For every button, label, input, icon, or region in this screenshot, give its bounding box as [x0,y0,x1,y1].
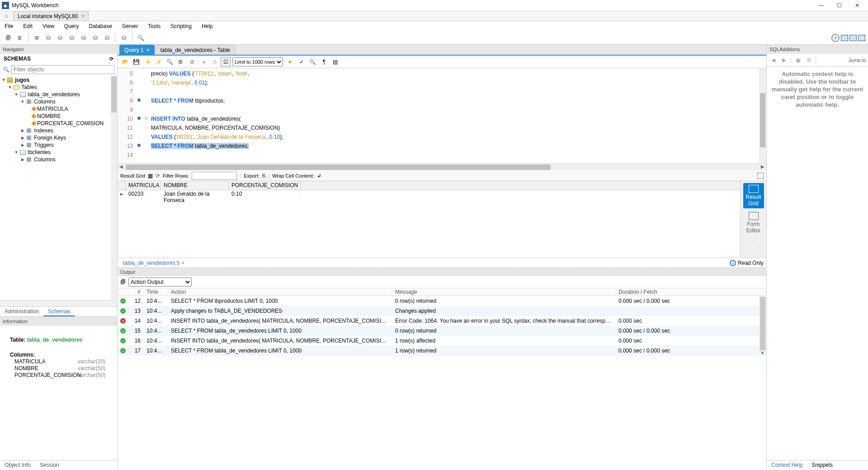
cell[interactable]: Joan Geraldo de la Fonseca [161,190,229,198]
tree-column[interactable]: MATRICULA [0,105,117,113]
filter-rows-input[interactable] [192,172,237,180]
auto-help-icon[interactable]: ⚙ [804,56,813,65]
close-icon[interactable]: × [181,260,184,266]
jump-to-label[interactable]: Jump to [849,57,866,63]
grid-icon[interactable]: ▦ [148,173,153,179]
beautify-icon[interactable]: ✓ [297,57,307,67]
tree-column[interactable]: PORCENTAJE_COMISION [0,120,117,127]
minimize-button[interactable]: — [812,0,830,11]
output-row[interactable]: ✓1210:41:33SELECT * FROM tbproductos LIM… [118,296,759,306]
new-sql-tab-icon[interactable]: 🗐 [3,33,14,43]
menu-file[interactable]: File [3,22,15,30]
export-icon[interactable]: ⎘ [262,173,265,179]
execute-icon[interactable]: ⚡ [143,57,153,67]
tree-foreign-keys[interactable]: ▶ Foreign Keys [0,134,117,141]
toolbar-icon[interactable]: ⛁ [90,33,101,43]
stop-icon[interactable]: ⊘ [175,57,185,67]
back-icon[interactable]: ◀ [769,56,778,65]
editor-tab-table[interactable]: tabla_de_vendedores - Table [156,45,236,55]
cell[interactable]: 00233 [126,190,161,198]
toolbar-icon[interactable]: ⊘ [187,57,197,67]
commit-icon[interactable]: ● [199,57,209,67]
tree-db[interactable]: ▼ jugos [0,76,117,84]
filter-objects-input[interactable] [11,65,114,74]
rollback-icon[interactable]: ⊘ [210,57,220,67]
menu-database[interactable]: Database [87,22,114,30]
output-row[interactable]: ✓1610:48:32INSERT INTO tabla_de_vendedor… [118,336,759,346]
tree-table[interactable]: ▼ tbclientes [0,149,117,156]
toggle-left-pane-icon[interactable] [841,35,848,41]
menu-tools[interactable]: Tools [146,22,162,30]
save-icon[interactable]: 💾 [131,57,141,67]
gear-icon[interactable]: ⚙ [831,34,840,42]
result-tab[interactable]: tabla_de_vendedores 5× [120,259,187,267]
result-grid-tab[interactable]: Result Grid [743,183,764,208]
tree-scrollbar[interactable] [111,75,117,300]
editor-tab-query1[interactable]: Query 1× [119,45,155,55]
code-area[interactable]: precio) VALUES ('773912', 'clean', 'bote… [149,68,759,163]
close-button[interactable]: ✕ [848,0,866,11]
output-scrollbar[interactable]: ▼ [759,296,766,356]
output-row[interactable]: ✓1310:43:50Apply changes to TABLA_DE_VEN… [118,306,759,316]
menu-help[interactable]: Help [200,22,215,30]
toggle-bottom-pane-icon[interactable] [849,35,857,41]
tree-indexes[interactable]: ▶ Indexes [0,127,117,134]
toolbar-icon[interactable]: ⛁ [66,33,77,43]
cell[interactable]: 0.10 [229,190,301,198]
tree-columns[interactable]: ▼ Columns [0,98,117,105]
tree-columns[interactable]: ▶ Columns [0,156,117,163]
tab-object-info[interactable]: Object Info [0,461,35,470]
toolbar-icon[interactable]: 🔍 [135,33,146,43]
refresh-icon[interactable]: ⟳ [156,173,160,179]
open-file-icon[interactable]: 📂 [120,57,130,67]
find-icon[interactable]: 🔍 [307,57,317,67]
toolbar-icon[interactable]: ⛁ [118,33,129,43]
toggle-right-pane-icon[interactable] [858,35,865,41]
toolbar-icon[interactable]: ⛁ [102,33,113,43]
toolbar-icon[interactable]: ⛁ [43,33,54,43]
home-icon[interactable]: ⌂ [0,11,13,21]
scroll-down-icon[interactable]: ⌄ [743,237,764,246]
toolbar-icon[interactable]: ⚙ [31,33,42,43]
tab-context-help[interactable]: Context Help [767,461,807,470]
col-header[interactable]: MATRICULA [126,181,161,190]
editor-hscroll[interactable]: ◀▶ [118,163,766,170]
tab-snippets[interactable]: Snippets [807,461,837,470]
result-row[interactable]: ▸ 00233 Joan Geraldo de la Fonseca 0.10 [118,190,740,198]
autocommit-icon[interactable]: ☑ [221,57,231,67]
output-selector[interactable]: Action Output [128,277,192,287]
menu-view[interactable]: View [41,22,56,30]
forward-icon[interactable]: ▶ [779,56,788,65]
output-row[interactable]: ✓1510:48:27SELECT * FROM tabla_de_vended… [118,326,759,336]
sql-editor[interactable]: 567891011121314 ⊖ precio) VALUES ('77391… [118,68,766,163]
schema-tree[interactable]: ▼ jugos ▼ Tables ▼ tabla_de_vendedores ▼… [0,75,117,300]
output-row[interactable]: ✓1710:48:40SELECT * FROM tabla_de_vended… [118,346,759,356]
tab-session[interactable]: Session [35,461,64,470]
tab-administration[interactable]: Administration [0,307,43,316]
toolbar-icon[interactable]: ⛁ [78,33,89,43]
limit-select[interactable]: Limit to 1000 rows [232,57,283,66]
execute-cursor-icon[interactable]: ⚡ [154,57,164,67]
output-table[interactable]: ✓1210:41:33SELECT * FROM tbproductos LIM… [118,296,759,356]
form-editor-tab[interactable]: Form Editor [743,210,764,235]
help-icon[interactable]: ▣ [793,56,802,65]
close-icon[interactable]: × [146,47,150,53]
col-header[interactable]: PORCENTAJE_COMISION [229,181,301,190]
maximize-button[interactable]: ☐ [830,0,848,11]
menu-server[interactable]: Server [120,22,140,30]
refresh-icon[interactable]: ⟳ [109,56,113,62]
col-header[interactable]: NOMBRE [161,181,229,190]
open-sql-icon[interactable]: 🗎 [14,33,25,43]
tree-column[interactable]: NOMBRE [0,113,117,120]
toolbar-icon[interactable]: ⛁ [55,33,66,43]
toolbar-icon[interactable]: ¶ [319,57,329,67]
tree-table[interactable]: ▼ tabla_de_vendedores [0,91,117,98]
menu-scripting[interactable]: Scripting [169,22,193,30]
wrap-icon[interactable]: ↲ [317,173,321,179]
menu-edit[interactable]: Edit [21,22,34,30]
star-icon[interactable]: ★ [285,57,295,67]
close-icon[interactable]: × [81,13,85,19]
explain-icon[interactable]: 🔍 [165,57,175,67]
toggle-pane-icon[interactable] [757,173,764,179]
editor-vscroll[interactable] [759,68,766,163]
